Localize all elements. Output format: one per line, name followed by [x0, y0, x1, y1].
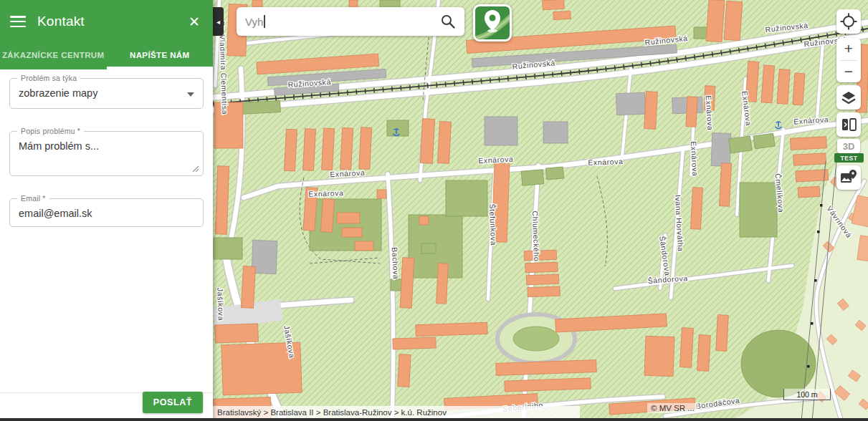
street-label: Exnárova [308, 188, 344, 198]
zoom-out-button[interactable]: − [836, 61, 861, 83]
attribution: © MV SR ... [647, 403, 698, 413]
scale-bar: 100 m [783, 389, 831, 400]
email-label: Email * [17, 194, 49, 203]
text-cursor [264, 15, 265, 28]
contact-form: Problém sa týka zobrazenie mapy Popis pr… [0, 69, 213, 227]
topic-select[interactable]: Problém sa týka zobrazenie mapy [9, 78, 204, 109]
topic-label: Problém sa týka [17, 74, 80, 82]
chevron-down-icon [187, 92, 194, 97]
close-icon[interactable]: ✕ [186, 14, 203, 30]
search-input[interactable]: Vyh [245, 15, 440, 28]
compare-icon [840, 116, 857, 133]
photo-map-pin-icon [839, 168, 858, 187]
breadcrumb: Bratislavský > Bratislava II > Bratislav… [213, 406, 580, 418]
map-pin-logo-icon [475, 6, 510, 39]
layers-icon [840, 89, 857, 106]
compare-button[interactable] [836, 112, 861, 137]
locate-icon [839, 12, 858, 31]
street-label: Exnárova [330, 168, 366, 179]
street-label: Exnárova [690, 141, 700, 177]
contact-panel: Kontakt ✕ ZÁKAZNÍCKE CENTRUM NAPÍŠTE NÁM… [0, 0, 213, 421]
search-bar[interactable]: Vyh [237, 7, 464, 36]
street-label: Chlumeckého [531, 210, 541, 261]
arrow-left-icon: ◂ [216, 18, 220, 26]
tab-napiste-nam[interactable]: NAPÍŠTE NÁM [107, 43, 214, 69]
street-label: Jašíkova [216, 288, 226, 321]
tab-zakaznicke-centrum[interactable]: ZÁKAZNÍCKE CENTRUM [0, 43, 107, 69]
window-bottom-edge [0, 418, 868, 421]
map-canvas[interactable]: RužinovskáRužinovskáRužinovskáRužinovská… [213, 0, 868, 421]
street-label: Exnárova [588, 157, 624, 167]
mode-3d-button[interactable]: 3D [837, 139, 860, 153]
resize-handle-icon[interactable] [192, 165, 199, 173]
panel-tabs: ZÁKAZNÍCKE CENTRUM NAPÍŠTE NÁM [0, 43, 213, 69]
street-label: Exnárova [705, 95, 715, 131]
panel-title: Kontakt [37, 14, 85, 29]
layers-button[interactable] [836, 85, 861, 110]
sidebar-collapse-button[interactable]: ◂ [213, 7, 224, 36]
street-label: Bachova [391, 247, 401, 280]
map-portal-logo[interactable] [473, 4, 512, 42]
photos-button[interactable] [836, 165, 861, 190]
hamburger-menu-icon[interactable] [10, 16, 26, 27]
map-graphics: RužinovskáRužinovskáRužinovskáRužinovská… [213, 0, 868, 421]
send-button[interactable]: POSLAŤ [143, 392, 203, 413]
street-label: Exnárova [478, 155, 514, 165]
street-label: Štefunkova [488, 203, 498, 246]
zoom-controls: + − [836, 38, 861, 82]
search-icon[interactable] [440, 14, 456, 29]
panel-header: Kontakt ✕ [0, 0, 213, 43]
email-field[interactable]: Email * email@email.sk [9, 198, 204, 227]
test-badge: TEST [834, 153, 864, 163]
description-textarea[interactable]: Popis problému * Mám problém s... [9, 131, 204, 176]
description-label: Popis problému * [17, 127, 84, 135]
zoom-in-button[interactable]: + [836, 38, 861, 60]
locate-button[interactable] [836, 9, 861, 34]
